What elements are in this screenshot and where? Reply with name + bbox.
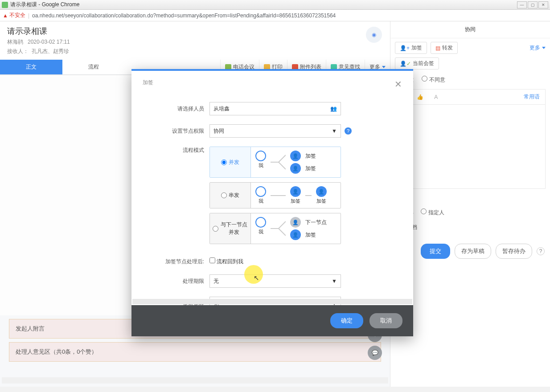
font-icon[interactable]: A [434, 94, 438, 100]
handler-opinion-bar[interactable]: 处理人意见区（共0条，0个赞） [9, 342, 381, 362]
flowmode-label: 流程模式 [140, 147, 209, 154]
scope-assign-radio[interactable]: 指定人 [421, 208, 444, 216]
modal-title: 加签 [143, 79, 153, 90]
people-picker-icon[interactable]: 👥 [330, 106, 337, 112]
person-check-icon: 👤✓ [400, 61, 411, 67]
favicon [2, 2, 8, 8]
window-titlebar: 请示录相课 - Google Chrome — ▢ ✕ [0, 0, 550, 10]
dropdown-icon: ▼ [332, 128, 337, 134]
doc-title: 请示录相课 [7, 26, 383, 37]
right-panel-title: 协同 [390, 21, 550, 38]
tab-body[interactable]: 正文 [0, 60, 62, 74]
like-icon[interactable]: 👍 [417, 94, 423, 100]
help-icon[interactable]: ? [537, 247, 545, 255]
right-more[interactable]: 更多 [529, 44, 546, 52]
person-value: 从培鑫 [213, 105, 230, 113]
save-pending-button[interactable]: 暂存待办 [496, 244, 532, 259]
chevron-down-icon [382, 66, 386, 68]
save-draft-button[interactable]: 存为草稿 [455, 244, 491, 259]
cursor-icon: ↖ [254, 274, 259, 282]
modal-ok-button[interactable]: 确定 [330, 313, 363, 328]
current-meeting-button[interactable]: 👤✓当前会签 [395, 57, 439, 69]
forward-icon: ▤ [435, 45, 440, 51]
dropdown-icon: ▼ [332, 278, 337, 284]
window-close[interactable]: ✕ [538, 1, 548, 8]
common-phrase-link[interactable]: 常用语 [524, 93, 540, 101]
serial-diagram: 我 👤加签 👤加签 [251, 183, 341, 208]
perm-label: 设置节点权限 [140, 127, 209, 135]
url-text[interactable]: oa.nhedu.net/seeyon/collaboration/collab… [32, 12, 336, 19]
insecure-badge: ▲ 不安全 [3, 12, 25, 19]
horizontal-scrollbar[interactable] [2, 377, 388, 384]
perm-select[interactable]: 协同 ▼ [209, 124, 341, 138]
url-bar: ▲ 不安全 | oa.nhedu.net/seeyon/collaboratio… [0, 10, 550, 21]
doc-author: 林海鹃 [7, 39, 23, 45]
addsign-modal: 加签 ✕ 请选择人员 从培鑫 👥 设置节点权限 协同 ▼ ? 流程模式 并发 [131, 69, 413, 336]
window-maximize[interactable]: ▢ [528, 1, 538, 8]
deadline-select[interactable]: 无 ▼ [209, 274, 341, 288]
doc-datetime: 2020-03-02 17:11 [28, 39, 70, 45]
parallel-diagram: 我 👤加签 👤加签 [251, 147, 341, 177]
opinion-textarea[interactable] [395, 104, 546, 189]
modal-scrollbar[interactable] [132, 299, 412, 304]
window-title: 请示录相课 - Google Chrome [10, 1, 79, 8]
deadline-label: 处理期限 [140, 278, 209, 285]
tab-flow[interactable]: 流程 [62, 60, 125, 74]
modal-cancel-button[interactable]: 取消 [369, 313, 402, 328]
window-minimize[interactable]: — [517, 1, 527, 8]
disagree-radio[interactable]: 不同意 [422, 76, 445, 84]
help-icon[interactable]: ? [345, 127, 352, 135]
mode-serial-radio[interactable]: 串发 [210, 183, 251, 208]
chat-button[interactable]: 💬 [368, 346, 382, 360]
receivers: 孔凡杰、赵秀珍 [32, 48, 69, 54]
perm-value: 协同 [213, 127, 224, 135]
nextparallel-diagram: 我 👤下一节点 👤加签 [251, 213, 341, 244]
mode-parallel-radio[interactable]: 并发 [210, 147, 251, 177]
person-input[interactable]: 从培鑫 👥 [209, 102, 341, 115]
submit-button[interactable]: 提交 [421, 244, 450, 259]
modal-close-button[interactable]: ✕ [394, 79, 402, 90]
select-person-label: 请选择人员 [140, 105, 209, 113]
forward-button[interactable]: ▤转发 [431, 42, 458, 54]
award-badge-icon: ◉ [366, 27, 382, 43]
chevron-down-icon [542, 47, 546, 49]
mode-nextparallel-radio[interactable]: 与下一节点并发 [210, 213, 251, 244]
return-to-me-checkbox[interactable]: 流程回到我 [209, 257, 243, 265]
deadline-value: 无 [213, 278, 219, 285]
person-plus-icon: 👤+ [400, 45, 410, 51]
addsign-button[interactable]: 👤+加签 [395, 42, 427, 54]
after-label: 加签节点处理后: [140, 258, 209, 265]
receivers-label: 接收人： [7, 48, 29, 54]
doc-header: 请示录相课 林海鹃 2020-03-02 17:11 接收人： 孔凡杰、赵秀珍 … [0, 21, 390, 60]
